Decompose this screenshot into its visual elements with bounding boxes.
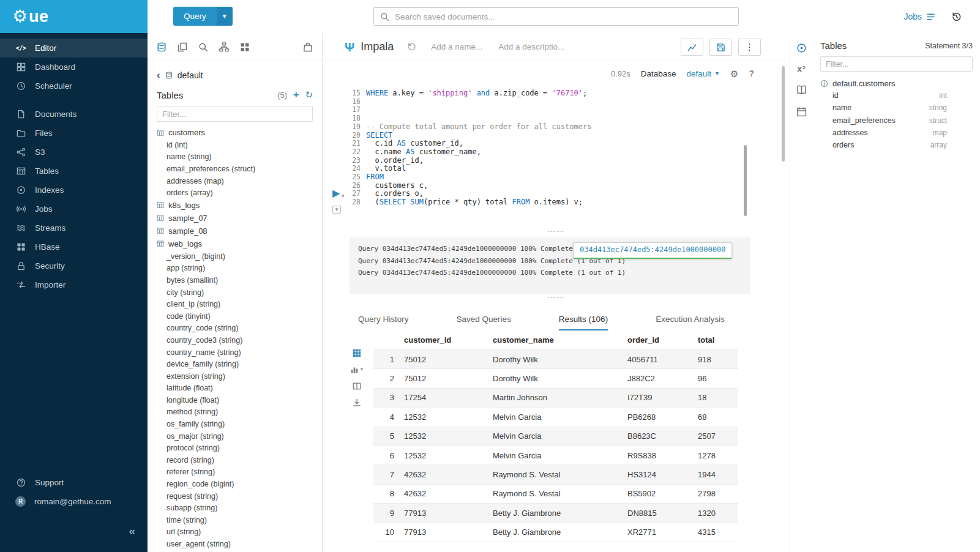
tree-column[interactable]: url (string) bbox=[148, 526, 322, 539]
query-history-icon[interactable] bbox=[951, 12, 962, 22]
tree-table-sample-08[interactable]: sample_08 bbox=[148, 225, 322, 237]
tree-column[interactable]: protocol (string) bbox=[148, 442, 322, 454]
tree-column[interactable]: region_code (bigint) bbox=[148, 478, 322, 490]
tree-column[interactable]: client_ip (string) bbox=[148, 298, 322, 310]
sidebar-item-jobs[interactable]: Jobs bbox=[0, 200, 148, 218]
sidebar-item-user[interactable]: R romain@gethue.com bbox=[0, 492, 148, 511]
tree-column[interactable]: bytes (smallint) bbox=[148, 274, 322, 286]
right-column-name[interactable]: namestring bbox=[820, 102, 973, 114]
table-row[interactable]: 275012Dorothy WilkJ882C296 bbox=[373, 369, 738, 388]
table-row[interactable]: 412532Melvin GarciaPB626868 bbox=[373, 408, 738, 427]
refresh-icon[interactable]: ↻ bbox=[305, 89, 313, 100]
tree-column[interactable]: name (string) bbox=[148, 151, 322, 163]
results-download-icon[interactable] bbox=[350, 398, 364, 407]
tree-column[interactable]: country_code3 (string) bbox=[148, 334, 322, 346]
book-icon[interactable] bbox=[796, 84, 807, 95]
sidebar-item-security[interactable]: Security bbox=[0, 256, 148, 275]
sidebar-item-files[interactable]: Files bbox=[0, 124, 148, 143]
tree-column[interactable]: app (string) bbox=[148, 263, 322, 275]
sidebar-item-tables[interactable]: Tables bbox=[0, 162, 148, 181]
resize-handle-bottom[interactable] bbox=[323, 295, 790, 300]
right-column-addresses[interactable]: addressesmap bbox=[820, 127, 973, 139]
database-icon[interactable] bbox=[157, 42, 166, 52]
tree-column[interactable]: city (string) bbox=[148, 286, 322, 299]
breadcrumb-back-icon[interactable]: ‹ bbox=[157, 69, 160, 81]
more-actions-button[interactable]: ⋮ bbox=[738, 39, 761, 56]
active-table-row[interactable]: default.customers bbox=[820, 79, 973, 88]
code-editor[interactable]: 1516171819202122232425262728 WHERE a.key… bbox=[323, 86, 790, 235]
tree-column[interactable]: country_name (string) bbox=[148, 346, 322, 359]
right-column-id[interactable]: idint bbox=[820, 89, 973, 102]
chart-button[interactable] bbox=[681, 39, 703, 56]
database-select[interactable]: default▼ bbox=[687, 69, 720, 78]
tree-table-web-logs[interactable]: web_logs bbox=[148, 237, 322, 250]
tree-column[interactable]: referer (string) bbox=[148, 466, 322, 479]
tree-table-customers[interactable]: customers bbox=[148, 126, 322, 139]
statement-selector-icon[interactable]: ▼ bbox=[332, 206, 341, 214]
results-grid-icon[interactable] bbox=[350, 349, 364, 357]
table-row[interactable]: 842632Raymond S. VestalBS59022798 bbox=[373, 485, 738, 504]
right-column-orders[interactable]: ordersarray bbox=[820, 139, 973, 151]
table-row[interactable]: 612532Melvin GarciaR9S8381278 bbox=[373, 446, 738, 465]
sidebar-collapse-icon[interactable]: « bbox=[129, 524, 135, 538]
hue-logo[interactable]: ⚙ ue bbox=[0, 0, 148, 33]
sidebar-item-scheduler[interactable]: Scheduler bbox=[0, 76, 148, 95]
tab-execution-analysis[interactable]: Execution Analysis bbox=[656, 315, 725, 330]
query-dropdown-caret[interactable]: ▼ bbox=[217, 7, 233, 26]
sidebar-item-dashboard[interactable]: Dashboard bbox=[0, 58, 148, 76]
tree-column[interactable]: _version_ (bigint) bbox=[148, 250, 322, 263]
main-scrollbar[interactable] bbox=[782, 66, 785, 162]
sidebar-item-s3[interactable]: S3 bbox=[0, 143, 148, 162]
tab-results-106[interactable]: Results (106) bbox=[559, 315, 608, 330]
tree-column[interactable]: id (int) bbox=[148, 139, 322, 151]
settings-gear-icon[interactable]: ⚙ bbox=[730, 69, 738, 78]
right-column-email-preferences[interactable]: email_preferencesstruct bbox=[820, 114, 973, 127]
sidebar-item-editor[interactable]: </>Editor bbox=[0, 39, 148, 58]
breadcrumb-database[interactable]: default bbox=[178, 70, 203, 80]
assistant-icon[interactable] bbox=[796, 43, 807, 53]
tree-column[interactable]: email_preferences (struct) bbox=[148, 163, 322, 175]
table-row[interactable]: 742632Raymond S. VestalHS31241944 bbox=[373, 465, 738, 484]
bag-icon[interactable] bbox=[303, 42, 313, 52]
tree-column[interactable]: longitude (float) bbox=[148, 394, 322, 406]
tab-saved-queries[interactable]: Saved Queries bbox=[457, 315, 511, 330]
apps-icon[interactable] bbox=[240, 42, 250, 52]
query-button[interactable]: Query bbox=[173, 7, 217, 26]
search-icon[interactable] bbox=[198, 42, 208, 52]
sidebar-item-streams[interactable]: Streams bbox=[0, 218, 148, 237]
sidebar-item-support[interactable]: Support bbox=[0, 473, 148, 492]
help-icon[interactable]: ? bbox=[749, 69, 754, 78]
tree-column[interactable]: extension (string) bbox=[148, 370, 322, 382]
resize-handle-top[interactable] bbox=[323, 229, 790, 234]
jobs-link[interactable]: Jobs bbox=[903, 12, 935, 21]
sidebar-item-importer[interactable]: Importer bbox=[0, 275, 148, 294]
tree-column[interactable]: time (string) bbox=[148, 514, 322, 526]
table-row[interactable]: 317254Martin JohnsonI72T3918 bbox=[373, 389, 738, 408]
add-table-icon[interactable]: + bbox=[293, 89, 299, 100]
query-name-input[interactable] bbox=[431, 42, 492, 51]
tree-column[interactable]: subapp (string) bbox=[148, 502, 322, 514]
tree-column[interactable]: record (string) bbox=[148, 454, 322, 466]
results-columns-icon[interactable] bbox=[350, 382, 364, 390]
tree-column[interactable]: user_agent (string) bbox=[148, 538, 322, 550]
results-bar-chart-icon[interactable]: ▼ bbox=[350, 365, 364, 374]
copy-icon[interactable] bbox=[178, 42, 187, 52]
right-filter-input[interactable] bbox=[820, 56, 973, 72]
tree-table-k8s-logs[interactable]: k8s_logs bbox=[148, 199, 322, 212]
tree-column[interactable]: request (string) bbox=[148, 490, 322, 502]
sidebar-item-indexes[interactable]: Indexes bbox=[0, 181, 148, 200]
tree-table-sample-07[interactable]: sample_07 bbox=[148, 212, 322, 225]
table-row[interactable]: 1077913Betty J. GiambroneXR27714315 bbox=[373, 523, 738, 542]
tree-column[interactable]: device_family (string) bbox=[148, 358, 322, 370]
save-button[interactable] bbox=[709, 39, 732, 56]
tree-column[interactable]: addresses (map) bbox=[148, 175, 322, 187]
table-row[interactable]: 512532Melvin GarciaB8623C2507 bbox=[373, 427, 738, 446]
tree-column[interactable]: method (string) bbox=[148, 406, 322, 419]
tree-column[interactable]: code (tinyint) bbox=[148, 310, 322, 323]
functions-icon[interactable]: x² bbox=[797, 65, 806, 73]
snippet-history-icon[interactable] bbox=[407, 42, 416, 51]
sitemap-icon[interactable] bbox=[219, 42, 229, 52]
tables-filter-input[interactable] bbox=[157, 106, 313, 122]
calendar-icon[interactable] bbox=[796, 106, 807, 117]
tree-column[interactable]: os_major (string) bbox=[148, 430, 322, 442]
